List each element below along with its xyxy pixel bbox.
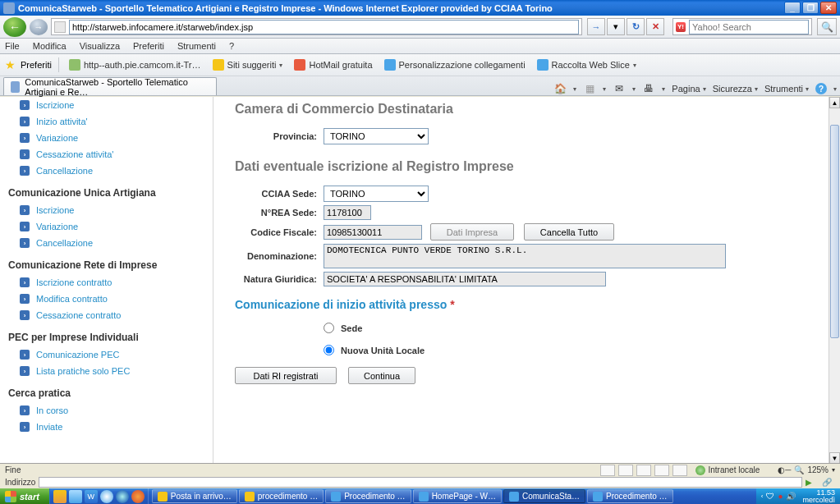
task-proc1[interactable]: procedimento …	[239, 489, 324, 503]
sidebar-item-pec-com[interactable]: ›Comunicazione PEC	[7, 346, 206, 363]
favorites-label[interactable]: Preferiti	[21, 60, 52, 70]
favorites-bar: ★ Preferiti http--auth.pie.camcom.it-Tr……	[0, 54, 840, 76]
sidebar-item-inizio-attivita[interactable]: ›Inizio attivita'	[7, 113, 206, 130]
radio-nuova-ul[interactable]	[324, 345, 334, 355]
sidebar-item-in-corso[interactable]: ›In corso	[7, 402, 206, 419]
menu-bar: File Modifica Visualizza Preferiti Strum…	[0, 39, 840, 54]
fav-item-4[interactable]: Raccolta Web Slice▾	[534, 57, 640, 72]
bookmark-icon	[294, 59, 305, 71]
ie-status-bar: Fine Intranet locale ◐─ 🔍 125% ▾	[0, 463, 840, 476]
input-nrea[interactable]	[324, 205, 371, 220]
search-go-button[interactable]: 🔍	[817, 18, 837, 35]
task-posta[interactable]: Posta in arrivo…	[152, 489, 237, 503]
select-cciaa[interactable]: TORINO	[324, 186, 429, 202]
sidebar-item-art-cancellazione[interactable]: ›Cancellazione	[7, 235, 206, 251]
folder-icon	[245, 492, 255, 502]
menu-favorites[interactable]: Preferiti	[131, 40, 166, 52]
links-icon[interactable]: 🔗	[822, 478, 835, 487]
tools-menu[interactable]: Strumenti▾	[764, 84, 809, 94]
input-natura[interactable]	[324, 272, 606, 286]
menu-tools[interactable]: Strumenti	[176, 40, 218, 52]
zoom-slider-icon[interactable]: ◐─	[778, 465, 791, 474]
close-button[interactable]: ✕	[820, 2, 837, 14]
safety-menu[interactable]: Sicurezza▾	[713, 84, 758, 94]
system-tray[interactable]: ‹ 🛡 ● 🔊 11.53 mercoledì	[756, 488, 840, 504]
task-proc2[interactable]: Procedimento …	[325, 489, 411, 503]
sidebar-item-iscrizione[interactable]: ›Iscrizione	[7, 97, 206, 113]
sidebar-item-pec-lista[interactable]: ›Lista pratiche solo PEC	[7, 363, 206, 379]
sidebar-item-cessazione-attivita[interactable]: ›Cessazione attivita'	[7, 146, 206, 163]
feed-icon[interactable]: ▦	[583, 82, 596, 95]
fav-item-1[interactable]: Siti suggeriti▾	[209, 57, 287, 72]
textarea-denom[interactable]: DOMOTECNICA PUNTO VERDE TORINO S.R.L.	[324, 244, 726, 268]
ql-media-icon[interactable]	[100, 490, 113, 503]
fav-item-0[interactable]: http--auth.pie.camcom.it-Tr…	[66, 57, 204, 72]
ql-ie-icon[interactable]	[116, 490, 129, 503]
forward-button[interactable]: →	[30, 19, 48, 35]
favorites-star-icon[interactable]: ★	[5, 58, 16, 71]
menu-help[interactable]: ?	[227, 40, 236, 52]
task-homepage[interactable]: HomePage - W…	[413, 489, 502, 503]
address-box[interactable]	[39, 477, 802, 488]
scroll-down-arrow[interactable]: ▼	[829, 452, 840, 464]
select-provincia[interactable]: TORINO	[324, 128, 429, 144]
sidebar-item-cancellazione[interactable]: ›Cancellazione	[7, 163, 206, 179]
go-button[interactable]: →	[587, 18, 605, 35]
ql-firefox-icon[interactable]	[131, 490, 145, 503]
button-dati-ri[interactable]: Dati RI registrati	[235, 367, 337, 384]
refresh-dropdown[interactable]: ▾	[607, 18, 625, 35]
home-icon[interactable]: 🏠	[553, 82, 567, 95]
help-icon[interactable]: ?	[815, 83, 827, 94]
button-continua[interactable]: Continua	[348, 367, 415, 384]
task-proc3[interactable]: Procedimento …	[587, 489, 672, 503]
print-icon[interactable]: 🖶	[642, 82, 655, 95]
tray-icon[interactable]: 🛡	[766, 492, 774, 501]
scroll-up-arrow[interactable]: ▲	[829, 97, 840, 108]
menu-file[interactable]: File	[3, 40, 21, 52]
sidebar-item-rete-cessazione[interactable]: ›Cessazione contratto	[7, 307, 206, 323]
stop-button[interactable]: ✕	[646, 18, 664, 35]
sidebar-item-art-iscrizione[interactable]: ›Iscrizione	[7, 202, 206, 218]
scroll-track[interactable]	[829, 108, 840, 452]
zoom-control[interactable]: ◐─ 🔍 125% ▾	[778, 465, 835, 474]
tray-collapse-icon[interactable]: ‹	[761, 493, 764, 500]
security-zone[interactable]: Intranet locale	[695, 465, 760, 475]
clock[interactable]: 11.53 mercoledì	[802, 489, 835, 504]
ql-desktop-icon[interactable]	[69, 490, 82, 503]
menu-view[interactable]: Visualizza	[78, 40, 122, 52]
vertical-scrollbar[interactable]: ▲ ▼	[829, 97, 840, 464]
button-cancella-tutto[interactable]: Cancella Tutto	[524, 223, 614, 241]
search-bar[interactable]: Y!	[672, 18, 812, 35]
sidebar-item-variazione[interactable]: ›Variazione	[7, 130, 206, 146]
search-input[interactable]	[689, 20, 809, 34]
fav-item-3[interactable]: Personalizzazione collegamenti	[381, 57, 529, 72]
tray-icon[interactable]: 🔊	[786, 492, 796, 501]
radio-sede[interactable]	[324, 323, 334, 333]
status-pane	[618, 465, 633, 476]
tab-active[interactable]: ComunicaStarweb - Sportello Telematico A…	[3, 77, 217, 95]
go-small-icon[interactable]: ▶	[806, 478, 819, 487]
status-pane	[600, 465, 615, 476]
sidebar-item-rete-iscrizione[interactable]: ›Iscrizione contratto	[7, 274, 206, 291]
sidebar-item-inviate[interactable]: ›Inviate	[7, 419, 206, 435]
sidebar-item-rete-modifica[interactable]: ›Modifica contratto	[7, 291, 206, 307]
address-bar[interactable]	[51, 18, 582, 35]
ql-outlook-icon[interactable]	[53, 490, 67, 503]
address-input[interactable]	[69, 20, 579, 34]
mail-icon[interactable]: ✉	[613, 82, 626, 95]
scroll-thumb[interactable]	[830, 125, 839, 338]
refresh-button[interactable]: ↻	[627, 18, 645, 35]
maximize-button[interactable]: ❐	[802, 2, 819, 14]
sidebar-item-art-variazione[interactable]: ›Variazione	[7, 218, 206, 235]
menu-edit[interactable]: Modifica	[31, 40, 68, 52]
page-menu[interactable]: Pagina▾	[672, 84, 705, 94]
ql-word-icon[interactable]: W	[85, 490, 98, 503]
minimize-button[interactable]: _	[784, 2, 801, 14]
task-comunicasta[interactable]: ComunicaSta…	[503, 489, 585, 503]
input-cf[interactable]	[324, 225, 422, 240]
fav-item-2[interactable]: HotMail gratuita	[291, 57, 375, 72]
tray-icon[interactable]: ●	[778, 492, 783, 501]
button-dati-impresa[interactable]: Dati Impresa	[430, 223, 514, 241]
start-button[interactable]: start	[0, 488, 50, 504]
back-button[interactable]: ←	[3, 17, 26, 37]
